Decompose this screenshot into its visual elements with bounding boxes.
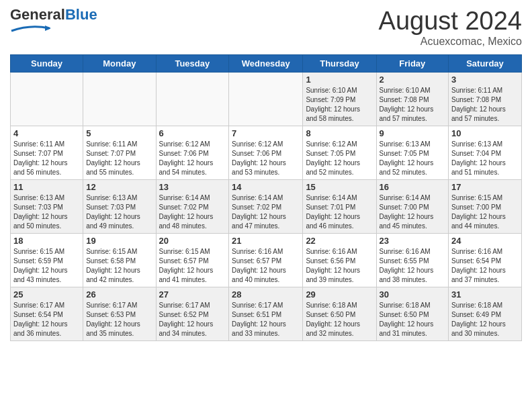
day-info: Sunrise: 6:16 AMSunset: 6:55 PMDaylight:… <box>380 247 446 285</box>
day-info: Sunrise: 6:13 AMSunset: 7:03 PMDaylight:… <box>13 193 80 231</box>
day-number: 3 <box>451 75 519 85</box>
day-info: Sunrise: 6:11 AMSunset: 7:07 PMDaylight:… <box>86 140 152 177</box>
day-info: Sunrise: 6:17 AMSunset: 6:53 PMDaylight:… <box>86 301 152 338</box>
day-info: Sunrise: 6:18 AMSunset: 6:50 PMDaylight:… <box>306 301 373 338</box>
day-number: 16 <box>380 182 446 192</box>
day-info: Sunrise: 6:15 AMSunset: 6:57 PMDaylight:… <box>159 247 226 285</box>
calendar-day-cell: 23Sunrise: 6:16 AMSunset: 6:55 PMDayligh… <box>376 234 449 287</box>
day-number: 11 <box>13 182 80 192</box>
day-info: Sunrise: 6:14 AMSunset: 7:02 PMDaylight:… <box>159 193 226 231</box>
day-number: 22 <box>306 236 373 246</box>
day-info: Sunrise: 6:15 AMSunset: 7:00 PMDaylight:… <box>451 193 519 231</box>
calendar-day-cell: 10Sunrise: 6:13 AMSunset: 7:04 PMDayligh… <box>449 126 522 180</box>
day-number: 20 <box>159 236 226 246</box>
day-info: Sunrise: 6:11 AMSunset: 7:08 PMDaylight:… <box>451 86 519 124</box>
day-number: 2 <box>380 75 446 85</box>
day-number: 6 <box>159 128 226 138</box>
calendar-week-row: 18Sunrise: 6:15 AMSunset: 6:59 PMDayligh… <box>11 234 522 287</box>
day-number: 17 <box>451 182 519 192</box>
calendar-day-cell: 1Sunrise: 6:10 AMSunset: 7:09 PMDaylight… <box>303 73 376 126</box>
calendar-day-cell: 19Sunrise: 6:15 AMSunset: 6:58 PMDayligh… <box>83 234 156 287</box>
day-number: 9 <box>380 128 446 138</box>
day-number: 29 <box>306 289 373 300</box>
day-info: Sunrise: 6:17 AMSunset: 6:52 PMDaylight:… <box>159 301 226 338</box>
day-of-week-header: Wednesday <box>229 55 303 73</box>
calendar-day-cell <box>11 73 83 126</box>
calendar-day-cell: 17Sunrise: 6:15 AMSunset: 7:00 PMDayligh… <box>449 180 522 234</box>
logo-blue-text: Blue <box>65 6 97 23</box>
day-info: Sunrise: 6:10 AMSunset: 7:09 PMDaylight:… <box>306 86 373 124</box>
day-of-week-header: Friday <box>376 55 449 73</box>
calendar-day-cell: 2Sunrise: 6:10 AMSunset: 7:08 PMDaylight… <box>376 73 449 126</box>
calendar-table: SundayMondayTuesdayWednesdayThursdayFrid… <box>10 54 522 341</box>
day-info: Sunrise: 6:16 AMSunset: 6:56 PMDaylight:… <box>306 247 373 285</box>
calendar-day-cell: 15Sunrise: 6:14 AMSunset: 7:01 PMDayligh… <box>303 180 376 234</box>
day-number: 25 <box>13 289 80 300</box>
day-of-week-header: Saturday <box>449 55 522 73</box>
day-info: Sunrise: 6:15 AMSunset: 6:59 PMDaylight:… <box>13 247 80 285</box>
svg-marker-0 <box>45 26 50 31</box>
calendar-day-cell: 24Sunrise: 6:16 AMSunset: 6:54 PMDayligh… <box>449 234 522 287</box>
day-info: Sunrise: 6:15 AMSunset: 6:58 PMDaylight:… <box>86 247 152 285</box>
day-of-week-header: Thursday <box>303 55 376 73</box>
day-info: Sunrise: 6:18 AMSunset: 6:50 PMDaylight:… <box>380 301 446 338</box>
calendar-week-row: 4Sunrise: 6:11 AMSunset: 7:07 PMDaylight… <box>11 126 522 180</box>
calendar-day-cell <box>229 73 303 126</box>
calendar-day-cell: 20Sunrise: 6:15 AMSunset: 6:57 PMDayligh… <box>156 234 229 287</box>
day-number: 19 <box>86 236 152 246</box>
day-info: Sunrise: 6:14 AMSunset: 7:02 PMDaylight:… <box>232 193 300 231</box>
day-number: 13 <box>159 182 226 192</box>
calendar-week-row: 1Sunrise: 6:10 AMSunset: 7:09 PMDaylight… <box>11 73 522 126</box>
day-info: Sunrise: 6:11 AMSunset: 7:07 PMDaylight:… <box>13 140 80 177</box>
calendar-day-cell: 14Sunrise: 6:14 AMSunset: 7:02 PMDayligh… <box>229 180 303 234</box>
calendar-day-cell <box>156 73 229 126</box>
day-info: Sunrise: 6:14 AMSunset: 7:01 PMDaylight:… <box>306 193 373 231</box>
calendar-day-cell: 5Sunrise: 6:11 AMSunset: 7:07 PMDaylight… <box>83 126 156 180</box>
day-of-week-header: Sunday <box>11 55 83 73</box>
day-number: 1 <box>306 75 373 85</box>
day-info: Sunrise: 6:16 AMSunset: 6:54 PMDaylight:… <box>451 247 519 285</box>
day-info: Sunrise: 6:10 AMSunset: 7:08 PMDaylight:… <box>380 86 446 124</box>
calendar-day-cell: 16Sunrise: 6:14 AMSunset: 7:00 PMDayligh… <box>376 180 449 234</box>
day-info: Sunrise: 6:14 AMSunset: 7:00 PMDaylight:… <box>380 193 446 231</box>
day-number: 12 <box>86 182 152 192</box>
day-number: 8 <box>306 128 373 138</box>
day-number: 10 <box>451 128 519 138</box>
day-info: Sunrise: 6:12 AMSunset: 7:05 PMDaylight:… <box>306 140 373 177</box>
day-of-week-header: Tuesday <box>156 55 229 73</box>
day-info: Sunrise: 6:13 AMSunset: 7:03 PMDaylight:… <box>86 193 152 231</box>
day-info: Sunrise: 6:13 AMSunset: 7:04 PMDaylight:… <box>451 140 519 177</box>
calendar-day-cell: 8Sunrise: 6:12 AMSunset: 7:05 PMDaylight… <box>303 126 376 180</box>
day-number: 24 <box>451 236 519 246</box>
day-info: Sunrise: 6:12 AMSunset: 7:06 PMDaylight:… <box>232 140 300 177</box>
day-number: 23 <box>380 236 446 246</box>
calendar-day-cell: 31Sunrise: 6:18 AMSunset: 6:49 PMDayligh… <box>449 287 522 341</box>
subtitle: Acuexcomac, Mexico <box>379 36 522 48</box>
main-title: August 2024 <box>379 7 522 36</box>
day-number: 30 <box>380 289 446 300</box>
title-block: August 2024 Acuexcomac, Mexico <box>379 7 522 48</box>
day-of-week-header: Monday <box>83 55 156 73</box>
calendar-day-cell: 3Sunrise: 6:11 AMSunset: 7:08 PMDaylight… <box>449 73 522 126</box>
day-number: 5 <box>86 128 152 138</box>
day-number: 4 <box>13 128 80 138</box>
calendar-day-cell: 21Sunrise: 6:16 AMSunset: 6:57 PMDayligh… <box>229 234 303 287</box>
calendar-day-cell: 30Sunrise: 6:18 AMSunset: 6:50 PMDayligh… <box>376 287 449 341</box>
calendar-day-cell: 27Sunrise: 6:17 AMSunset: 6:52 PMDayligh… <box>156 287 229 341</box>
logo-icon <box>10 23 50 32</box>
day-info: Sunrise: 6:13 AMSunset: 7:05 PMDaylight:… <box>380 140 446 177</box>
calendar-day-cell: 13Sunrise: 6:14 AMSunset: 7:02 PMDayligh… <box>156 180 229 234</box>
day-number: 26 <box>86 289 152 300</box>
page: GeneralBlue August 2024 Acuexcomac, Mexi… <box>0 0 532 411</box>
logo: GeneralBlue <box>10 7 97 35</box>
day-number: 14 <box>232 182 300 192</box>
calendar-week-row: 25Sunrise: 6:17 AMSunset: 6:54 PMDayligh… <box>11 287 522 341</box>
day-number: 27 <box>159 289 226 300</box>
calendar-day-cell: 9Sunrise: 6:13 AMSunset: 7:05 PMDaylight… <box>376 126 449 180</box>
calendar-day-cell: 26Sunrise: 6:17 AMSunset: 6:53 PMDayligh… <box>83 287 156 341</box>
day-info: Sunrise: 6:12 AMSunset: 7:06 PMDaylight:… <box>159 140 226 177</box>
day-info: Sunrise: 6:17 AMSunset: 6:51 PMDaylight:… <box>232 301 300 338</box>
calendar-day-cell <box>83 73 156 126</box>
calendar-day-cell: 6Sunrise: 6:12 AMSunset: 7:06 PMDaylight… <box>156 126 229 180</box>
calendar-day-cell: 25Sunrise: 6:17 AMSunset: 6:54 PMDayligh… <box>11 287 83 341</box>
